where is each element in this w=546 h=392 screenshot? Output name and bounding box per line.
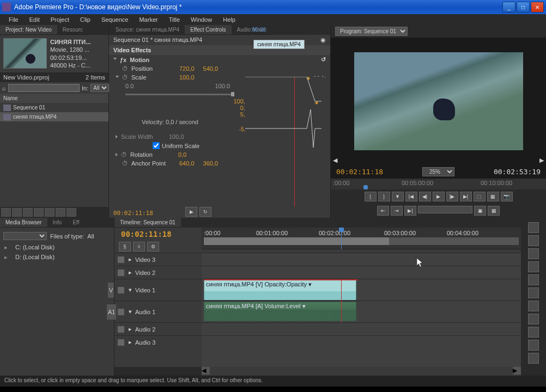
menu-title[interactable]: Title [163, 15, 185, 24]
ec-playhead-icon[interactable]: ◉ [320, 36, 326, 44]
drive-item[interactable]: D: (Local Disk) [3, 252, 111, 262]
step-back-icon[interactable]: ◀| [419, 192, 431, 201]
export-frame-icon[interactable]: 📷 [501, 192, 513, 201]
zoom-tool-icon[interactable] [528, 353, 539, 364]
chevron-down-icon[interactable]: ▾ [307, 281, 312, 287]
position-y[interactable]: 540,0 [203, 65, 219, 72]
rolling-tool-icon[interactable] [528, 261, 539, 272]
ripple-tool-icon[interactable] [528, 248, 539, 259]
info-tab[interactable]: Info [47, 218, 68, 228]
scale-slider[interactable] [125, 94, 234, 95]
stopwatch-icon[interactable]: ⏱ [122, 65, 128, 72]
anchor-x[interactable]: 640,0 [179, 160, 195, 167]
rate-tool-icon[interactable] [528, 274, 539, 285]
speaker-icon[interactable] [118, 326, 124, 333]
razor-tool-icon[interactable] [528, 287, 539, 298]
minimize-button[interactable]: _ [502, 2, 515, 13]
timeline-time[interactable]: 00:02:11:18 [114, 228, 202, 241]
expand-icon[interactable] [116, 135, 118, 138]
ec-graph-area[interactable]: :00:00 синяя птица.MP4 [245, 77, 325, 207]
source-tab[interactable]: Source: синяя птица.MP4 [110, 25, 185, 35]
menu-project[interactable]: Project [45, 15, 75, 24]
track-select-tool-icon[interactable] [528, 235, 539, 246]
video-clip[interactable]: синяя птица.MP4 [V] Opacity:Opacity ▾ [204, 280, 356, 299]
menu-window[interactable]: Window [185, 15, 217, 24]
maximize-button[interactable]: □ [517, 2, 530, 13]
slip-tool-icon[interactable] [528, 301, 539, 311]
go-in-icon[interactable]: |◀ [405, 192, 417, 201]
expand-icon[interactable] [113, 58, 117, 62]
position-x[interactable]: 720,0 [179, 65, 195, 72]
selection-tool-icon[interactable] [528, 222, 539, 233]
marker-icon[interactable]: ◊ [133, 242, 145, 252]
lift-icon[interactable]: ⬚ [474, 192, 486, 201]
expand-icon[interactable]: ▸ [129, 339, 132, 346]
play-icon[interactable]: ▶ [433, 192, 445, 201]
video3-track[interactable]: ▸Video 3 [114, 253, 202, 266]
new-item-icon[interactable] [56, 208, 65, 217]
in-select[interactable]: All [90, 84, 109, 92]
zoom-bar[interactable] [204, 237, 519, 245]
fx-icon[interactable]: ƒx [120, 57, 126, 63]
drive-select[interactable] [3, 232, 47, 240]
resource-tab[interactable]: Resourc [57, 25, 88, 35]
search-input[interactable] [8, 84, 80, 92]
play-inout-icon[interactable]: ▶| [404, 206, 416, 216]
extract-icon[interactable]: ▦ [487, 192, 499, 201]
auto-to-seq-icon[interactable] [23, 208, 33, 217]
icon-view-icon[interactable] [12, 208, 22, 217]
media-browser-tab[interactable]: Media Browser [0, 218, 47, 228]
go-out-icon[interactable]: ▶| [460, 192, 472, 201]
audio3-track[interactable]: ▸Audio 3 [114, 335, 202, 348]
prev-icon[interactable]: ◀ [333, 157, 337, 164]
stopwatch-icon[interactable]: ⏱ [122, 74, 128, 81]
eye-icon[interactable] [118, 256, 124, 263]
menu-sequence[interactable]: Sequence [96, 15, 134, 24]
play-icon[interactable]: ▶ [185, 207, 197, 217]
step-fwd-icon[interactable]: |▶ [446, 192, 458, 201]
goto-next-icon[interactable]: ⇥ [391, 206, 403, 216]
close-button[interactable]: ✕ [531, 2, 544, 13]
out-point-icon[interactable]: } [378, 192, 390, 201]
eye-icon[interactable] [118, 287, 124, 293]
timeline-content[interactable]: синяя птица.MP4 [V] Opacity:Opacity ▾ си… [202, 253, 521, 367]
settings-icon[interactable]: ⚙ [147, 242, 159, 252]
playhead[interactable] [341, 228, 342, 249]
loop-icon[interactable]: ↻ [199, 207, 211, 217]
playhead-handle[interactable] [363, 185, 368, 189]
expand-icon[interactable]: ▾ [129, 308, 132, 315]
output-icon[interactable]: ▦ [488, 206, 500, 216]
audio1-track[interactable]: A1▾Audio 1 [114, 301, 202, 322]
clip-thumbnail[interactable] [3, 38, 47, 69]
program-ruler[interactable]: :00:00 00:05:00:00 00:10:00:00 [331, 179, 546, 189]
in-point-icon[interactable]: { [365, 192, 377, 201]
expand-icon[interactable]: ▸ [129, 256, 132, 263]
menu-file[interactable]: File [3, 15, 24, 24]
video2-track[interactable]: ▸Video 2 [114, 266, 202, 279]
list-item[interactable]: Sequence 01 [0, 103, 108, 112]
speaker-icon[interactable] [118, 339, 124, 346]
rotation-value[interactable]: 0,0 [178, 151, 186, 158]
reset-icon[interactable]: ↺ [321, 56, 326, 63]
timeline-tab[interactable]: Timeline: Sequence 01 [114, 218, 181, 228]
current-time[interactable]: 00:02:11:18 [336, 168, 383, 176]
eye-icon[interactable] [118, 270, 124, 276]
audio-clip[interactable]: синяя птица.MP4 [A] Volume:Level ▾ [204, 302, 356, 321]
pen-tool-icon[interactable] [528, 327, 539, 338]
expand-icon[interactable] [116, 153, 118, 156]
safe-margins-icon[interactable]: ▣ [474, 206, 486, 216]
menu-clip[interactable]: Clip [75, 15, 96, 24]
video1-track[interactable]: V▾Video 1 [114, 279, 202, 301]
trash-icon[interactable] [66, 208, 76, 217]
stopwatch-icon[interactable]: ⏱ [121, 151, 127, 158]
goto-prev-icon[interactable]: ⇤ [377, 206, 389, 216]
snap-icon[interactable]: § [119, 242, 131, 252]
timeline-scrollbar[interactable]: ◀▶ [114, 367, 521, 376]
menu-help[interactable]: Help [217, 15, 241, 24]
audio2-track[interactable]: ▸Audio 2 [114, 322, 202, 335]
expand-icon[interactable]: ▸ [129, 269, 132, 276]
stopwatch-icon[interactable]: ⏱ [122, 160, 128, 167]
menu-edit[interactable]: Edit [24, 15, 45, 24]
effect-controls-tab[interactable]: Effect Controls [185, 25, 231, 35]
list-item[interactable]: синяя птица.MP4 [0, 112, 108, 121]
